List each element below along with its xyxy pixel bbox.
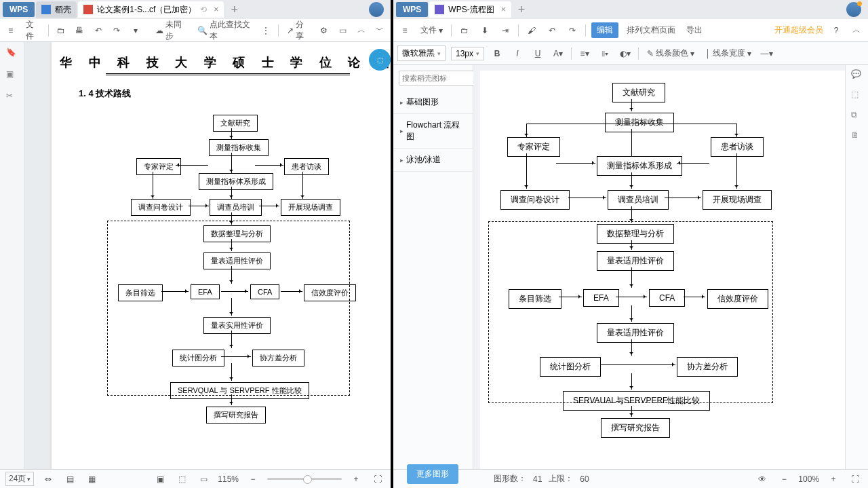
font-select[interactable]: 微软雅黑	[397, 45, 446, 61]
flow-node[interactable]: 患者访谈	[711, 137, 764, 157]
help-icon[interactable]: ?	[829, 23, 844, 38]
flow-node[interactable]: 文献研究	[612, 83, 665, 102]
close-icon[interactable]: ×	[501, 5, 506, 14]
statusbar-right: 更多图形 图形数： 41 上限： 60 👁 − 100% + ⛶	[393, 469, 868, 488]
fit-width-icon[interactable]: ⇔	[41, 472, 56, 487]
bookmark-icon[interactable]: 🔖	[6, 48, 18, 60]
page-icon[interactable]: 🗎	[851, 130, 863, 143]
image-icon[interactable]: ▣	[6, 69, 18, 81]
zoom-out-icon[interactable]: −	[776, 472, 791, 487]
bold-icon[interactable]: B	[490, 46, 505, 61]
menu-icon[interactable]: ≡	[397, 23, 412, 38]
fullscreen-icon[interactable]: ⛶	[370, 472, 385, 487]
print-icon[interactable]: 🖶	[73, 23, 86, 38]
font-color-icon[interactable]: A▾	[551, 46, 566, 61]
avatar[interactable]	[846, 2, 861, 17]
view2-icon[interactable]: ▦	[84, 472, 99, 487]
size-select[interactable]: 13px	[451, 47, 484, 60]
dropdown-icon[interactable]: ▾	[129, 23, 142, 38]
italic-icon[interactable]: I	[510, 46, 525, 61]
line-width[interactable]: │线条宽度▾	[703, 48, 754, 59]
canvas[interactable]: 文献研究 测量指标收集 专家评定 患者访谈 测量指标体系形成 调查问卷设计 调查…	[480, 71, 845, 469]
undo-icon[interactable]: ↶	[92, 23, 105, 38]
flow-node[interactable]: 测量指标体系形成	[597, 156, 682, 176]
layout2-icon[interactable]: ⬚	[174, 472, 189, 487]
copy-icon[interactable]: ⧉	[851, 110, 863, 122]
docer-icon	[41, 5, 51, 14]
redo-icon[interactable]: ↷	[565, 23, 580, 38]
settings-icon[interactable]: ⚙	[317, 23, 331, 38]
collapse-icon[interactable]: ︿	[355, 23, 368, 38]
vip-link[interactable]: 开通超级会员	[774, 24, 823, 36]
page-title: 华 中 科 技 大 学 硕 士 学 位 论 文	[52, 42, 391, 73]
toolbar-right: ≡ 文件▾ 🗀 ⬇ ⇥ 🖌 ↶ ↷ 编辑 排列文档页面 导出 开通超级会员 ? …	[393, 19, 868, 42]
zoom-level: 100%	[798, 474, 819, 484]
cat-swimlane[interactable]: 泳池/泳道	[393, 149, 473, 172]
valign-icon[interactable]: ⫴▾	[597, 46, 612, 61]
pin-icon[interactable]: ⟲	[200, 5, 207, 14]
tab-flowchart[interactable]: WPS-流程图×	[429, 1, 511, 18]
line-color[interactable]: ✎线条颜色▾	[644, 48, 697, 59]
layout3-icon[interactable]: ▭	[196, 472, 211, 487]
save-icon[interactable]: 🗀	[457, 23, 472, 38]
flow-node[interactable]: 专家评定	[507, 137, 560, 157]
visibility-icon[interactable]: 👁	[755, 472, 770, 487]
open-icon[interactable]: 🗀	[54, 23, 68, 38]
file-menu[interactable]: 文件	[23, 19, 43, 42]
undo-icon[interactable]: ↶	[545, 23, 559, 38]
view1-icon[interactable]: ▤	[62, 472, 77, 487]
fullscreen-icon[interactable]: ⛶	[848, 472, 863, 487]
more-icon[interactable]: ⋮	[260, 23, 273, 38]
flow-node[interactable]: 测量指标收集	[605, 113, 674, 132]
wps-logo: WPS	[3, 2, 35, 17]
brush-icon[interactable]: 🖌	[524, 23, 539, 38]
share-button[interactable]: ↗分享	[284, 19, 312, 42]
zoom-in-icon[interactable]: +	[349, 472, 363, 487]
export-menu[interactable]: 导出	[684, 24, 705, 36]
more-shapes-button[interactable]: 更多图形	[407, 464, 458, 484]
zoom-slider[interactable]	[267, 478, 342, 480]
flow-node[interactable]: 撰写研究报告	[601, 418, 670, 438]
fill-icon[interactable]: ◐▾	[618, 46, 633, 61]
zoom-in-icon[interactable]: +	[826, 472, 841, 487]
window-icon[interactable]: ▭	[336, 23, 349, 38]
redo-icon[interactable]: ↷	[110, 23, 123, 38]
dashed-group	[107, 221, 350, 396]
file-menu[interactable]: 文件▾	[418, 24, 446, 36]
find-button[interactable]: 🔍点此查找文本	[195, 19, 254, 42]
cat-basic[interactable]: 基础图形	[393, 91, 473, 114]
zoom-out-icon[interactable]: −	[245, 472, 260, 487]
new-tab-button[interactable]: +	[225, 3, 243, 17]
tab-docer[interactable]: 稻壳	[36, 1, 77, 18]
flow-node[interactable]: 调查问卷设计	[500, 190, 570, 210]
collapse-icon[interactable]: ︿	[849, 23, 864, 38]
layout1-icon[interactable]: ▣	[153, 472, 167, 487]
close-icon[interactable]: ×	[214, 5, 218, 14]
sync-button[interactable]: ☁未同步	[153, 19, 189, 42]
align-icon[interactable]: ≡▾	[577, 46, 592, 61]
download-icon[interactable]: ⬇	[477, 23, 492, 38]
left-rail: 🔖 ▣ ✂	[0, 42, 24, 469]
menu-icon[interactable]: ≡	[4, 23, 18, 38]
cat-flowchart[interactable]: Flowchart 流程图	[393, 114, 473, 149]
expand-icon[interactable]: ﹀	[373, 23, 387, 38]
clip-icon[interactable]: ✂	[6, 91, 18, 103]
edit-menu[interactable]: 编辑	[591, 22, 618, 38]
chat-icon[interactable]: 💬	[851, 69, 863, 81]
arrange-menu[interactable]: 排列文档页面	[624, 24, 678, 36]
new-tab-button[interactable]: +	[513, 3, 531, 17]
import-icon[interactable]: ⇥	[498, 23, 513, 38]
flow-node[interactable]: 开展现场调查	[703, 190, 772, 210]
canvas-area[interactable]: 文献研究 测量指标收集 专家评定 患者访谈 测量指标体系形成 调查问卷设计 调查…	[473, 65, 845, 469]
avatar[interactable]	[369, 2, 384, 17]
flow-node: 调查员培训	[210, 199, 262, 216]
template-icon[interactable]: ⬚	[851, 90, 863, 102]
line-style-icon[interactable]: —▾	[760, 46, 774, 61]
page-count[interactable]: 24页▾	[5, 472, 34, 486]
underline-icon[interactable]: U	[530, 46, 545, 61]
pdf-icon	[83, 5, 93, 14]
float-tool-icon[interactable]: ⬚	[369, 49, 391, 71]
flow-node[interactable]: 调查员培训	[608, 190, 669, 210]
document-area[interactable]: ⬚ 华 中 科 技 大 学 硕 士 学 位 论 文 1. 4 技术路线 文献研究…	[24, 42, 391, 469]
tab-document[interactable]: 论文案例1-S...cf（已加密）⟲×	[78, 1, 224, 18]
